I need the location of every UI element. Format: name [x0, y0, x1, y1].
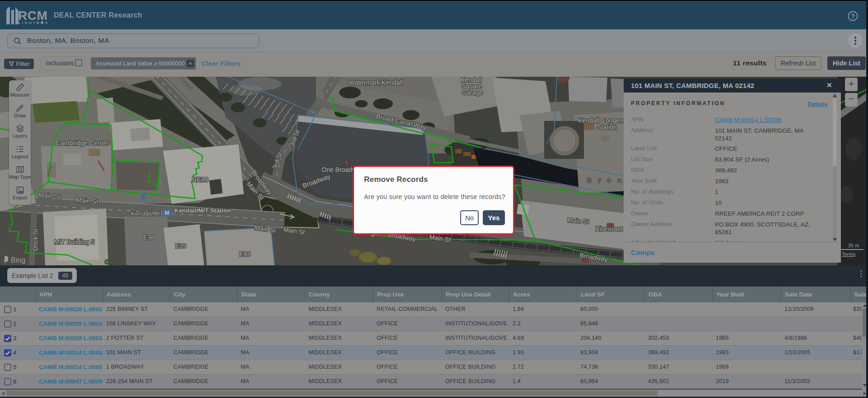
- svg-text:Garage: Garage: [462, 89, 483, 96]
- svg-text:Main St: Main St: [38, 191, 61, 200]
- svg-text:M: M: [165, 210, 169, 216]
- svg-text:25 m: 25 m: [848, 243, 859, 248]
- svg-text:Main St: Main St: [76, 196, 98, 205]
- svg-text:One Broadw: One Broadw: [322, 166, 357, 173]
- svg-text:Cha: Cha: [105, 259, 115, 265]
- svg-text:Station: Station: [597, 124, 617, 131]
- svg-text:Kendall/MIT: Kendall/MIT: [131, 210, 163, 217]
- svg-text:30: 30: [607, 222, 613, 229]
- svg-text:NE18: NE18: [192, 176, 208, 183]
- svg-text:E48: E48: [239, 250, 251, 258]
- svg-text:?: ?: [851, 13, 855, 20]
- svg-text:E38: E38: [143, 234, 154, 241]
- svg-text:Watermark Kendall: Watermark Kendall: [349, 79, 403, 86]
- svg-text:Kendall/MIT Station: Kendall/MIT Station: [174, 207, 231, 214]
- svg-text:36: 36: [583, 257, 589, 264]
- svg-text:MIT Building 5: MIT Building 5: [54, 238, 94, 245]
- svg-text:E39: E39: [175, 242, 187, 250]
- svg-text:Terms: Terms: [842, 251, 855, 257]
- svg-text:Bing: Bing: [11, 256, 25, 264]
- svg-text:Kendall Congene: Kendall Congene: [578, 117, 627, 124]
- svg-text:5: 5: [345, 159, 348, 167]
- svg-text:Cambridge Center: Cambridge Center: [56, 139, 109, 147]
- svg-text:Dock St: Dock St: [32, 229, 39, 251]
